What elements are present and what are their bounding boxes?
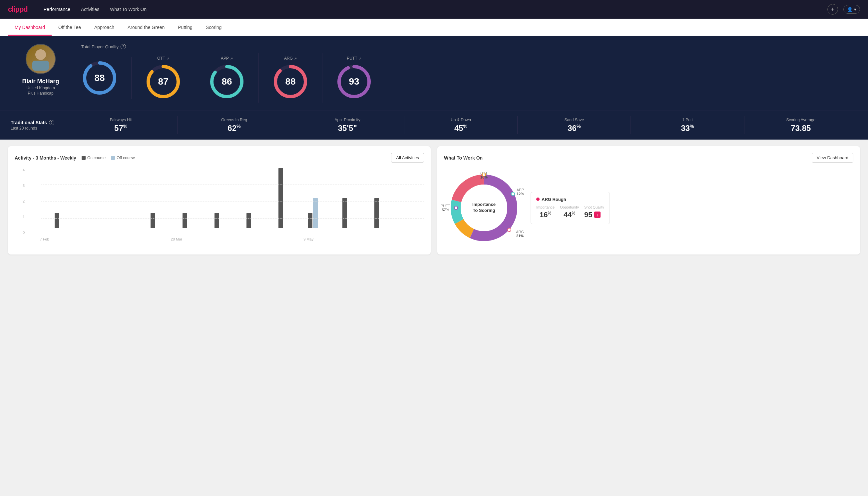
ott-value: 87 (158, 76, 168, 87)
grid-lines (41, 168, 424, 235)
chart-grid: 4 3 2 1 0 (15, 168, 424, 235)
info-card-dot (536, 198, 540, 201)
info-shot-quality: Shot Quality 95 ↓ (584, 205, 604, 219)
profile-name: Blair McHarg (22, 78, 59, 85)
profile-section: Blair McHarg United Kingdom Plus Handica… (11, 44, 70, 96)
svg-text:To Scoring: To Scoring (473, 208, 495, 213)
bottom-section: Activity - 3 Months - Weekly On course O… (0, 140, 868, 261)
profile-handicap: Plus Handicap (28, 91, 53, 96)
view-dashboard-button[interactable]: View Dashboard (812, 153, 853, 162)
info-opportunity: Opportunity 44% (560, 205, 579, 219)
tab-off-the-tee[interactable]: Off the Tee (52, 19, 88, 36)
what-to-work-on-title: What To Work On (444, 155, 483, 160)
svg-point-24 (454, 206, 458, 210)
x-axis-labels: 7 Feb 28 Mar 9 May (15, 237, 424, 241)
donut-section: OTT 10% APP 12% ARG 21% PUTT 57% (444, 168, 853, 248)
add-button[interactable]: + (827, 4, 838, 15)
app-value: 86 (221, 76, 232, 87)
trad-stats-subtitle: Last 20 rounds (11, 126, 64, 130)
circle-ott: OTT ↗ 87 (131, 53, 195, 103)
putt-ring: 93 (336, 63, 373, 100)
overall-ring: 88 (81, 60, 118, 96)
stat-scoring-average: Scoring Average 73.85 (744, 116, 857, 134)
tab-around-the-green[interactable]: Around the Green (121, 19, 171, 36)
svg-point-22 (511, 192, 515, 196)
circle-app: APP ↗ 86 (195, 53, 259, 103)
trad-label-group: Traditional Stats ? Last 20 rounds (11, 120, 64, 130)
profile-country: United Kingdom (26, 86, 54, 90)
stat-app-proximity: App. Proximity 35'5" (291, 116, 404, 134)
arg-label-outer: ARG 21% (516, 230, 524, 238)
circle-overall: 88 (81, 57, 131, 99)
info-card: ARG Rough Importance 16% Opportunity 44%… (531, 192, 610, 224)
trad-help-icon[interactable]: ? (49, 120, 54, 125)
arg-value: 88 (285, 76, 296, 87)
putt-value: 93 (349, 76, 359, 87)
stat-sand-save: Sand Save 36% (517, 116, 631, 134)
nav-what-to-work-on[interactable]: What To Work On (110, 7, 146, 12)
circle-arg: ARG ↗ 88 (259, 53, 322, 103)
activity-chart-title: Activity - 3 Months - Weekly On course O… (15, 155, 135, 160)
nav-right: + 👤 ▾ (827, 4, 860, 15)
stat-one-putt: 1 Putt 33% (631, 116, 744, 134)
shot-quality-badge: ↓ (594, 212, 601, 218)
what-to-work-on-card: What To Work On View Dashboard OTT 10% A… (437, 146, 860, 254)
tpq-help-icon[interactable]: ? (121, 44, 126, 49)
tab-my-dashboard[interactable]: My Dashboard (8, 19, 52, 36)
donut-svg: Importance To Scoring (444, 168, 524, 248)
app-label: APP ↗ (221, 56, 233, 61)
nav-links: Performance Activities What To Work On (44, 7, 146, 12)
svg-rect-1 (32, 61, 49, 71)
ott-label-outer: OTT 10% (480, 171, 488, 179)
brand-logo: clippd (8, 5, 28, 14)
app-label-outer: APP 12% (517, 188, 524, 196)
all-activities-button[interactable]: All Activities (391, 153, 424, 162)
donut-chart-wrapper: OTT 10% APP 12% ARG 21% PUTT 57% (444, 168, 524, 248)
legend-off-course: Off course (111, 156, 135, 160)
off-course-dot (111, 156, 115, 160)
user-menu-button[interactable]: 👤 ▾ (843, 5, 860, 14)
ott-label: OTT ↗ (157, 56, 169, 61)
legend-on-course: On course (82, 156, 106, 160)
hero-section: Blair McHarg United Kingdom Plus Handica… (0, 36, 868, 111)
info-stats-row: Importance 16% Opportunity 44% Shot Qual… (536, 205, 604, 219)
on-course-dot (82, 156, 85, 160)
stat-greens-in-reg: Greens In Reg 62% (177, 116, 290, 134)
stats-section: Total Player Quality ? 88 OTT (81, 44, 857, 103)
traditional-stats: Traditional Stats ? Last 20 rounds Fairw… (0, 111, 868, 140)
circles-row: 88 OTT ↗ 87 AP (81, 53, 857, 103)
top-navigation: clippd Performance Activities What To Wo… (0, 0, 868, 19)
y-axis-labels: 4 3 2 1 0 (15, 168, 27, 235)
avatar (26, 44, 56, 74)
svg-point-23 (508, 228, 511, 232)
what-to-work-on-header: What To Work On View Dashboard (444, 153, 853, 162)
info-card-title: ARG Rough (536, 197, 604, 202)
tab-approach[interactable]: Approach (88, 19, 121, 36)
trad-stats-title: Traditional Stats ? (11, 120, 64, 125)
arg-ring: 88 (272, 63, 309, 100)
putt-label: PUTT ↗ (347, 56, 361, 61)
tab-bar: My Dashboard Off the Tee Approach Around… (0, 19, 868, 36)
ott-ring: 87 (145, 63, 182, 100)
bar-chart: 4 3 2 1 0 (15, 168, 424, 241)
chart-legend: On course Off course (82, 156, 135, 160)
info-importance: Importance 16% (536, 205, 555, 219)
arg-label: ARG ↗ (284, 56, 297, 61)
putt-label-outer: PUTT 57% (441, 204, 450, 212)
nav-activities[interactable]: Activities (81, 7, 99, 12)
activity-chart-header: Activity - 3 Months - Weekly On course O… (15, 153, 424, 162)
svg-text:Importance: Importance (472, 202, 495, 207)
stat-up-and-down: Up & Down 45% (404, 116, 517, 134)
tab-scoring[interactable]: Scoring (199, 19, 228, 36)
activity-chart-card: Activity - 3 Months - Weekly On course O… (8, 146, 431, 254)
app-ring: 86 (208, 63, 245, 100)
svg-point-0 (35, 49, 46, 60)
circle-putt: PUTT ↗ 93 (322, 53, 386, 103)
stat-fairways-hit: Fairways Hit 57% (64, 116, 177, 134)
tpq-label: Total Player Quality ? (81, 44, 857, 49)
tab-putting[interactable]: Putting (171, 19, 199, 36)
nav-performance[interactable]: Performance (44, 7, 70, 12)
overall-value: 88 (94, 73, 105, 83)
